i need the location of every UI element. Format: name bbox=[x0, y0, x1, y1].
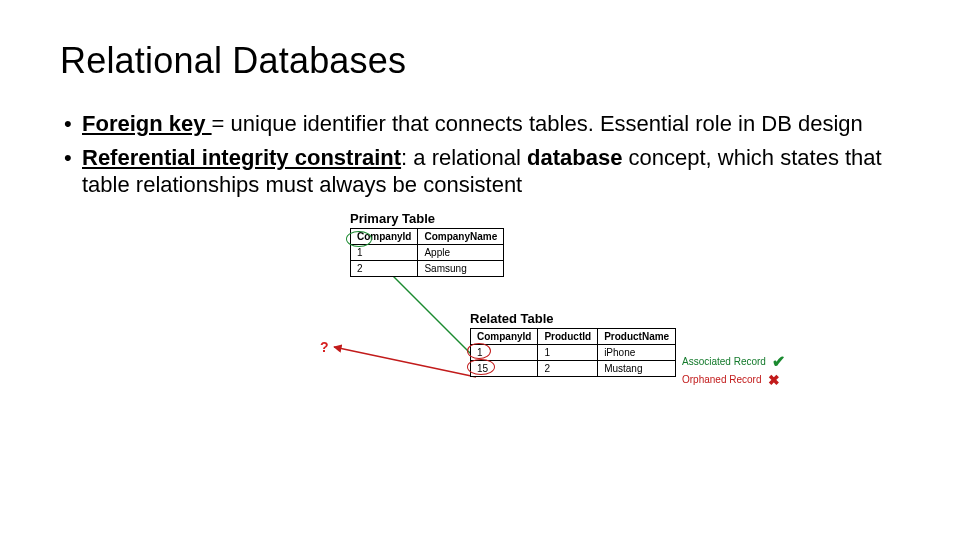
check-icon: ✔ bbox=[772, 354, 785, 370]
primary-th-0: CompanyId bbox=[351, 228, 418, 244]
legend-associated: Associated Record ✔ bbox=[682, 353, 785, 371]
primary-table-block: Primary Table CompanyId CompanyName 1 Ap… bbox=[350, 211, 504, 277]
bullet-list: Foreign key = unique identifier that con… bbox=[60, 110, 900, 199]
primary-table: CompanyId CompanyName 1 Apple 2 Samsung bbox=[350, 228, 504, 277]
related-table: CompanyId ProductId ProductName 1 1 iPho… bbox=[470, 328, 676, 377]
related-r1c2: Mustang bbox=[598, 360, 676, 376]
bullet-2: Referential integrity constraint: a rela… bbox=[60, 144, 900, 199]
table-row: 1 Apple bbox=[351, 244, 504, 260]
related-r1c1: 2 bbox=[538, 360, 598, 376]
legend: Associated Record ✔ Orphaned Record ✖ bbox=[682, 353, 785, 389]
table-row: 15 2 Mustang bbox=[471, 360, 676, 376]
slide: Relational Databases Foreign key = uniqu… bbox=[0, 0, 960, 540]
table-header-row: CompanyId CompanyName bbox=[351, 228, 504, 244]
bullet-2-text-a: : a relational bbox=[401, 145, 527, 170]
primary-table-title: Primary Table bbox=[350, 211, 504, 226]
svg-line-1 bbox=[334, 347, 476, 377]
primary-r0c1: Apple bbox=[418, 244, 504, 260]
term-ref-integrity: Referential integrity constraint bbox=[82, 145, 401, 170]
term-foreign-key: Foreign key bbox=[82, 111, 212, 136]
legend-associated-label: Associated Record bbox=[682, 356, 766, 367]
cross-icon: ✖ bbox=[768, 373, 780, 387]
related-th-2: ProductName bbox=[598, 328, 676, 344]
primary-th-1: CompanyName bbox=[418, 228, 504, 244]
table-row: 1 1 iPhone bbox=[471, 344, 676, 360]
legend-orphaned-label: Orphaned Record bbox=[682, 374, 762, 385]
related-th-1: ProductId bbox=[538, 328, 598, 344]
table-row: 2 Samsung bbox=[351, 260, 504, 276]
question-mark-icon: ? bbox=[320, 339, 329, 355]
bullet-2-bold: database bbox=[527, 145, 622, 170]
related-r0c0: 1 bbox=[471, 344, 538, 360]
bullet-1: Foreign key = unique identifier that con… bbox=[60, 110, 900, 138]
related-table-title: Related Table bbox=[470, 311, 676, 326]
diagram: Primary Table CompanyId CompanyName 1 Ap… bbox=[290, 211, 870, 431]
table-header-row: CompanyId ProductId ProductName bbox=[471, 328, 676, 344]
primary-r1c0: 2 bbox=[351, 260, 418, 276]
bullet-1-text: = unique identifier that connects tables… bbox=[212, 111, 863, 136]
primary-r1c1: Samsung bbox=[418, 260, 504, 276]
related-r0c1: 1 bbox=[538, 344, 598, 360]
related-th-0: CompanyId bbox=[471, 328, 538, 344]
related-r0c2: iPhone bbox=[598, 344, 676, 360]
page-title: Relational Databases bbox=[60, 40, 900, 82]
related-r1c0: 15 bbox=[471, 360, 538, 376]
related-table-block: Related Table CompanyId ProductId Produc… bbox=[470, 311, 676, 377]
legend-orphaned: Orphaned Record ✖ bbox=[682, 371, 785, 389]
primary-r0c0: 1 bbox=[351, 244, 418, 260]
